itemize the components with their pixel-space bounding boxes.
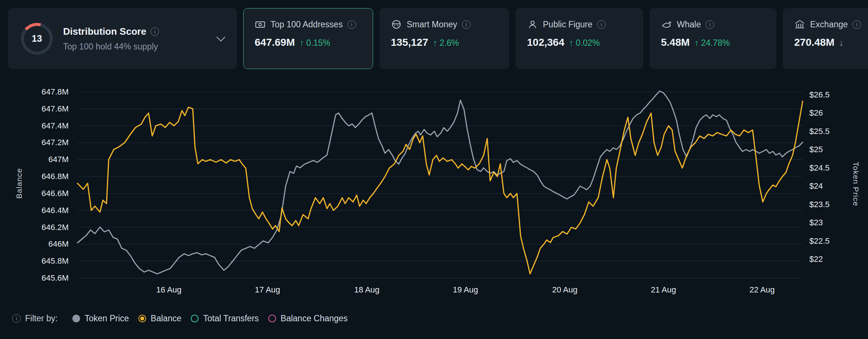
metric-label: Exchange [810,20,848,30]
balance-tick-label: 645.6M [0,273,69,283]
legend-item-label: Total Transfers [203,314,259,323]
legend-item-balance[interactable]: Balance [138,314,181,323]
price-tick-label: $23 [809,218,823,227]
card-public-figure[interactable]: Public Figure 102,364 ↑ 0.02% [516,8,643,69]
metric-value: 5.48M [661,37,690,48]
legend-item-label: Balance [151,314,181,323]
price-line [78,91,803,274]
card-whale[interactable]: Whale 5.48M ↑ 24.78% [650,8,776,69]
legend-item-label: Token Price [85,314,129,323]
metric-label: Whale [677,20,701,30]
cash-icon [255,19,266,30]
metric-label: Top 100 Addresses [271,20,343,30]
info-icon [12,314,21,323]
card-exchange[interactable]: Exchange 270.48M ↓ [783,8,868,69]
total-transfers-marker [191,315,199,322]
date-tick-label: 22 Aug [736,285,788,295]
balance-tick-label: 646.8M [0,172,69,181]
metric-label: Smart Money [407,20,457,30]
distribution-score-gauge: 13 [21,23,53,55]
metric-change: ↑ 2.6% [433,38,459,48]
filter-by-label: Filter by: [25,314,58,323]
token-price-marker [72,315,80,322]
gridlines [78,92,803,278]
left-axis-title: Balance [15,168,24,199]
distribution-score-subtitle: Top 100 hold 44% supply [63,42,159,52]
metric-change: ↑ 0.15% [300,38,330,48]
date-tick-label: 16 Aug [143,285,195,295]
distribution-score-title: Distribution Score [63,26,146,37]
token-analytics-dashboard: 13 Distribution Score Top 100 hold 44% s… [0,0,868,339]
public-figure-icon [527,19,538,30]
legend-item-balance-changes[interactable]: Balance Changes [268,314,348,323]
info-icon[interactable] [597,20,606,29]
metric-cards-row: 13 Distribution Score Top 100 hold 44% s… [8,8,868,69]
metric-value: 647.69M [255,37,295,48]
exchange-bank-icon [794,19,805,30]
metric-value: 102,364 [527,37,564,48]
metric-change: ↓ [839,38,844,48]
metric-label: Public Figure [543,20,592,30]
balance-tick-label: 646.6M [0,189,69,198]
metric-change: ↑ 0.02% [569,38,600,48]
date-tick-label: 18 Aug [341,285,393,295]
metric-change: ↑ 24.78% [695,38,730,48]
price-tick-label: $23.5 [809,200,830,209]
balance-line [78,101,803,274]
price-tick-label: $22 [809,254,823,264]
info-icon[interactable] [706,20,714,29]
whale-icon [661,19,672,30]
date-tick-label: 20 Aug [539,285,590,295]
price-tick-label: $25.5 [809,127,830,136]
date-tick-label: 21 Aug [638,285,689,295]
info-icon[interactable] [462,20,471,29]
price-tick-label: $22.5 [809,236,830,246]
balance-tick-label: 647.8M [0,87,69,97]
balance-tick-label: 646.4M [0,206,69,215]
balance-tick-label: 647.4M [0,121,69,131]
metric-value: 270.48M [794,37,834,48]
balance-tick-label: 647.6M [0,104,69,114]
smart-money-icon [391,19,402,30]
right-axis-title: Token Price [851,162,860,206]
balance-tick-label: 646M [0,239,69,249]
balance-tick-label: 646.2M [0,223,69,232]
balance-marker [138,315,146,322]
legend-item-token-price[interactable]: Token Price [72,314,129,323]
balance-changes-marker [268,315,276,322]
date-tick-label: 17 Aug [242,285,293,295]
balance-tick-label: 647M [0,155,69,164]
price-tick-label: $26 [809,108,823,118]
price-tick-label: $26.5 [809,90,830,100]
date-tick-label: 19 Aug [440,285,491,295]
distribution-score-card[interactable]: 13 Distribution Score Top 100 hold 44% s… [8,8,237,69]
distribution-score-text: Distribution Score Top 100 hold 44% supp… [63,26,159,52]
price-tick-label: $24 [809,181,823,191]
legend-item-total-transfers[interactable]: Total Transfers [191,314,259,323]
info-icon[interactable] [852,20,861,29]
legend-item-label: Balance Changes [280,314,348,323]
balance-tick-label: 647.2M [0,138,69,147]
distribution-score-value: 13 [32,33,42,44]
card-top-100-addresses[interactable]: Top 100 Addresses 647.69M ↑ 0.15% [243,8,373,69]
info-icon[interactable] [348,20,356,29]
price-tick-label: $25 [809,145,823,154]
chevron-down-icon[interactable] [216,32,225,41]
chart-svg[interactable] [78,85,803,286]
card-smart-money[interactable]: Smart Money 135,127 ↑ 2.6% [379,8,509,69]
price-tick-label: $24.5 [809,163,830,173]
metric-value: 135,127 [391,37,428,48]
info-icon[interactable] [151,27,159,36]
balance-tick-label: 645.8M [0,256,69,266]
filter-legend: Filter by: Token Price Balance Total Tra… [12,314,348,323]
